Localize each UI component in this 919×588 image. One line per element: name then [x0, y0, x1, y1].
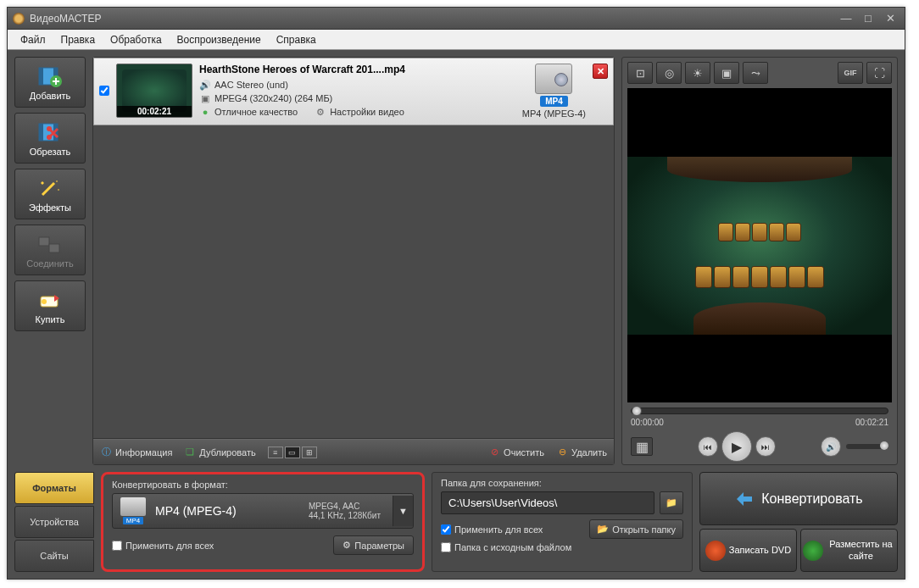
- close-button[interactable]: ✕: [881, 12, 900, 25]
- volume-knob[interactable]: [880, 441, 888, 450]
- file-checkbox[interactable]: [99, 86, 109, 96]
- format-selector[interactable]: MP4 MP4 (MPEG-4) MPEG4, AAC 44,1 KHz, 12…: [112, 493, 414, 529]
- gear-icon: ⚙: [343, 540, 351, 551]
- duplicate-button[interactable]: ❏Дублировать: [184, 447, 255, 458]
- svg-rect-10: [49, 244, 59, 252]
- file-format-box: MP4 MP4 (MPEG-4): [522, 64, 586, 119]
- time-total: 00:02:21: [855, 418, 888, 427]
- menu-help[interactable]: Справка: [269, 31, 324, 48]
- menu-file[interactable]: Файл: [13, 31, 53, 48]
- fullscreen-button[interactable]: ⛶: [866, 62, 892, 84]
- save-panel-header: Папка для сохранения:: [441, 478, 683, 488]
- view-toggle: ≡ ▭ ⊞: [268, 447, 317, 458]
- timeline: 00:00:00 00:02:21: [622, 402, 897, 429]
- svg-point-12: [42, 299, 47, 304]
- buy-button[interactable]: Купить: [14, 280, 86, 331]
- svg-point-8: [47, 135, 52, 140]
- save-path[interactable]: C:\Users\User\Videos\: [441, 491, 654, 514]
- action-panel: Конвертировать Записать DVD Разместить н…: [699, 472, 898, 572]
- timeline-knob[interactable]: [632, 406, 642, 416]
- dropdown-arrow-icon: ▼: [393, 496, 413, 526]
- minimize-button[interactable]: —: [837, 12, 855, 25]
- convert-button[interactable]: Конвертировать: [699, 472, 898, 525]
- speed-button[interactable]: ⤳: [743, 62, 768, 84]
- file-item[interactable]: 00:02:21 HearthStone Heroes of Warcraft …: [93, 58, 614, 125]
- video-preview[interactable]: [627, 88, 892, 402]
- apply-all-save[interactable]: Применить для всех: [441, 524, 543, 535]
- svg-rect-1: [39, 68, 43, 85]
- timeline-track[interactable]: [631, 408, 888, 414]
- play-controls: ▦ ⏮ ▶ ⏭ 🔊: [622, 429, 897, 464]
- same-folder[interactable]: Папка с исходным файлом: [441, 542, 571, 552]
- open-folder-button[interactable]: 📂Открыть папку: [589, 519, 683, 539]
- snapshot-button[interactable]: ▦: [631, 437, 653, 456]
- window-title: ВидеоМАСТЕР: [30, 13, 101, 25]
- audio-icon: 🔊: [199, 79, 211, 91]
- view-list[interactable]: ≡: [268, 447, 283, 458]
- globe-icon: [803, 541, 823, 561]
- tab-formats[interactable]: Форматы: [14, 472, 94, 504]
- publish-button[interactable]: Разместить на сайте: [800, 529, 898, 572]
- format-badge: MP4: [540, 96, 568, 107]
- apply-all-format[interactable]: Применить для всех: [112, 541, 214, 551]
- preview-toolbar: ⊡ ◎ ☀ ▣ ⤳ GIF ⛶: [622, 58, 897, 88]
- convert-icon: [734, 489, 755, 509]
- add-icon: [36, 65, 64, 89]
- format-details: MPEG4, AAC 44,1 KHz, 128Кбит: [309, 502, 381, 520]
- menu-process[interactable]: Обработка: [103, 31, 170, 48]
- crop-tool-button[interactable]: ⊡: [627, 62, 653, 84]
- format-name: MP4 (MPEG-4): [155, 504, 302, 518]
- browse-folder-button[interactable]: 📁: [660, 491, 683, 514]
- menu-playback[interactable]: Воспроизведение: [170, 31, 269, 48]
- tab-sites[interactable]: Сайты: [14, 540, 94, 572]
- trim-button[interactable]: ▣: [714, 62, 739, 84]
- file-name: HearthStone Heroes of Warcraft 201....mp…: [199, 64, 515, 75]
- folder-icon: 📁: [666, 497, 677, 508]
- format-icon: MP4: [118, 497, 148, 524]
- gif-button[interactable]: GIF: [838, 62, 863, 84]
- clear-button[interactable]: ⊘Очистить: [488, 447, 544, 458]
- delete-button[interactable]: ⊖Удалить: [556, 447, 607, 458]
- file-list: 00:02:21 HearthStone Heroes of Warcraft …: [93, 58, 614, 439]
- effects-icon: [36, 177, 64, 201]
- parameters-button[interactable]: ⚙ Параметры: [333, 535, 414, 555]
- enhance-button[interactable]: ◎: [656, 62, 682, 84]
- apply-all-save-checkbox[interactable]: [441, 524, 451, 535]
- format-panel: Конвертировать в формат: MP4 MP4 (MPEG-4…: [101, 472, 425, 572]
- delete-icon: ⊖: [556, 447, 568, 458]
- join-icon: [36, 233, 64, 257]
- video-settings-link[interactable]: Настройки видео: [330, 107, 404, 117]
- view-grid[interactable]: ⊞: [302, 447, 317, 458]
- titlebar: ВидеоМАСТЕР — □ ✕: [8, 8, 905, 30]
- file-thumbnail[interactable]: 00:02:21: [116, 64, 192, 118]
- remove-file-button[interactable]: ✕: [593, 64, 608, 79]
- same-folder-checkbox[interactable]: [441, 542, 451, 552]
- view-detail[interactable]: ▭: [285, 447, 300, 458]
- app-window: ВидеоМАСТЕР — □ ✕ Файл Правка Обработка …: [7, 7, 905, 580]
- menubar: Файл Правка Обработка Воспроизведение Сп…: [8, 30, 905, 50]
- volume-slider[interactable]: [846, 444, 888, 449]
- burn-dvd-button[interactable]: Записать DVD: [699, 529, 797, 572]
- brightness-button[interactable]: ☀: [685, 62, 710, 84]
- app-icon: [13, 13, 25, 25]
- prev-button[interactable]: ⏮: [698, 436, 718, 457]
- crop-button[interactable]: Обрезать: [14, 113, 86, 164]
- apply-all-format-checkbox[interactable]: [112, 541, 122, 551]
- sidebar: Добавить Обрезать Эффекты Соединить Купи…: [14, 57, 86, 465]
- quality-icon: ●: [199, 106, 211, 118]
- next-button[interactable]: ⏭: [755, 436, 776, 457]
- maximize-button[interactable]: □: [859, 12, 877, 25]
- info-button[interactable]: ⓘИнформация: [100, 447, 172, 458]
- join-button[interactable]: Соединить: [14, 225, 86, 275]
- play-button[interactable]: ▶: [721, 431, 752, 462]
- tab-devices[interactable]: Устройства: [14, 506, 94, 538]
- add-button[interactable]: Добавить: [14, 57, 86, 108]
- time-current: 00:00:00: [631, 418, 664, 427]
- duplicate-icon: ❏: [184, 447, 196, 458]
- format-tabs: Форматы Устройства Сайты: [14, 472, 94, 572]
- effects-button[interactable]: Эффекты: [14, 169, 86, 219]
- save-panel: Папка для сохранения: C:\Users\User\Vide…: [432, 472, 693, 572]
- volume-button[interactable]: 🔊: [821, 436, 841, 457]
- menu-edit[interactable]: Правка: [53, 31, 103, 48]
- format-panel-header: Конвертировать в формат:: [112, 480, 414, 490]
